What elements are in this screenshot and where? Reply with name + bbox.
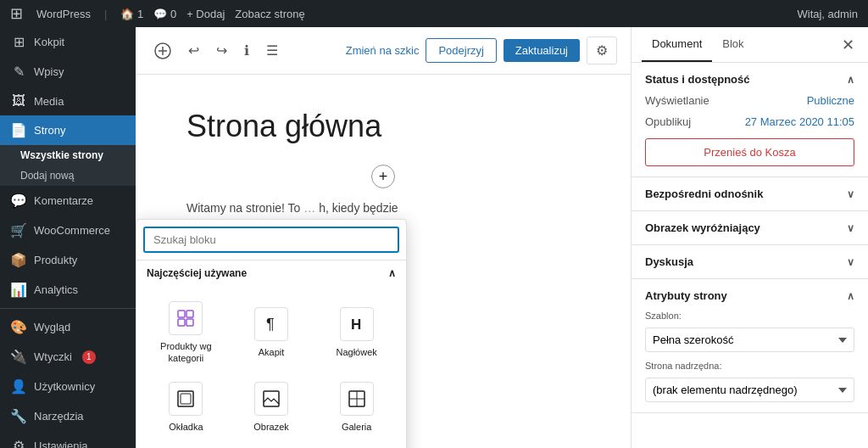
- sidebar-item-media[interactable]: 🖼 Media: [0, 87, 136, 115]
- sidebar-item-strony[interactable]: 📄 Strony: [0, 115, 136, 145]
- admin-greeting: Witaj, admin: [797, 8, 858, 20]
- svg-rect-5: [178, 319, 185, 326]
- site-name[interactable]: WordPress: [36, 8, 91, 20]
- opublikuj-value[interactable]: 27 Marzec 2020 11:05: [745, 115, 854, 128]
- add-block-inline-button[interactable]: +: [371, 165, 395, 188]
- page-title[interactable]: Strona główna: [186, 109, 580, 144]
- wpisy-icon: ✎: [10, 64, 27, 80]
- produkty-wg-kategorii-icon: [169, 301, 203, 335]
- right-panel: Dokument Blok ✕ Status i dostępność ∧ Wy…: [631, 27, 868, 448]
- undo-button[interactable]: ↩: [183, 39, 204, 62]
- obrazek-chevron-icon: ∨: [847, 222, 854, 234]
- section-collapse-icon[interactable]: ∧: [388, 267, 396, 279]
- editor-area: ↩ ↪ ℹ ☰ Zmień na szkic Podejrzyj Zaktual…: [136, 27, 631, 448]
- tab-dokument[interactable]: Dokument: [642, 27, 712, 62]
- narzedzia-icon: 🔧: [10, 408, 27, 424]
- draft-link[interactable]: Zmień na szkic: [346, 44, 420, 57]
- sidebar-item-produkty[interactable]: 📦 Produkty: [0, 245, 136, 275]
- admin-bar-add[interactable]: + Dodaj: [186, 8, 225, 20]
- add-block-toolbar-button[interactable]: [149, 39, 176, 63]
- update-button[interactable]: Zaktualizuj: [504, 39, 580, 62]
- atrybuty-chevron-icon: ∧: [847, 290, 854, 302]
- trash-button[interactable]: Przenieś do Kosza: [645, 138, 854, 166]
- add-block-container: +: [186, 165, 580, 188]
- section-odnosnik-header[interactable]: Bezpośredni odnośnik ∨: [645, 188, 854, 200]
- sidebar-item-wpisy[interactable]: ✎ Wpisy: [0, 57, 136, 87]
- okladka-icon: [169, 382, 203, 416]
- strona-select[interactable]: (brak elementu nadrzędnego): [645, 378, 854, 402]
- paragraph-continuation: h, kiedy będzie: [319, 201, 398, 215]
- wyglad-icon: 🎨: [10, 319, 27, 335]
- panel-tabs: Dokument Blok ✕: [632, 27, 868, 63]
- wtyczki-icon: 🔌: [10, 349, 27, 365]
- sidebar-item-uzytkownicy[interactable]: 👤 Użytkownicy: [0, 372, 136, 401]
- wyswietlanie-value[interactable]: Publiczne: [807, 94, 854, 107]
- paragraph-text-content: Witamy na stronie! To: [186, 201, 300, 215]
- komentarze-icon: 💬: [10, 193, 27, 209]
- inserter-item-obrazek[interactable]: Obrazek: [229, 373, 314, 441]
- wp-logo-icon: ⊞: [10, 4, 23, 23]
- tab-blok[interactable]: Blok: [712, 27, 754, 62]
- okladka-label: Okładka: [169, 421, 203, 433]
- paragraph-ellipsis: …: [303, 201, 315, 215]
- svg-text:¶: ¶: [266, 316, 275, 333]
- sidebar-item-wyglad[interactable]: 🎨 Wygląd: [0, 312, 136, 342]
- inserter-grid: Produkty wg kategorii ¶ Akapit H: [136, 286, 406, 448]
- sidebar-subitem-dodaj-nowa[interactable]: Dodaj nową: [10, 165, 136, 186]
- svg-text:H: H: [351, 316, 361, 333]
- admin-bar-home[interactable]: 🏠 1: [120, 8, 143, 20]
- dyskusja-chevron-icon: ∨: [847, 256, 854, 268]
- sidebar-item-woocommerce[interactable]: 🛒 WooCommerce: [0, 216, 136, 245]
- analytics-icon: 📊: [10, 282, 27, 298]
- inserter-item-akapit[interactable]: ¶ Akapit: [229, 293, 314, 373]
- preview-button[interactable]: Podejrzyj: [426, 38, 496, 63]
- obrazek-icon: [254, 382, 288, 416]
- naglowek-icon: H: [340, 307, 374, 341]
- sidebar-item-narzedzia[interactable]: 🔧 Narzędzia: [0, 401, 136, 431]
- section-dyskusja-header[interactable]: Dyskusja ∨: [645, 255, 854, 268]
- admin-bar-view[interactable]: Zobacz stronę: [235, 8, 304, 20]
- list-view-button[interactable]: ☰: [261, 39, 283, 62]
- status-chevron-icon: ∧: [847, 74, 854, 86]
- inserter-item-naglowek[interactable]: H Nagłówek: [314, 293, 399, 373]
- szablon-select[interactable]: Pełna szerokość: [645, 328, 854, 352]
- section-atrybuty-header[interactable]: Atrybuty strony ∧: [645, 289, 854, 302]
- produkty-icon: 📦: [10, 252, 27, 268]
- ustawienia-icon: ⚙: [10, 438, 27, 448]
- editor-content: Strona główna + Najczęściej używane ∧: [136, 75, 631, 448]
- admin-bar: ⊞ WordPress | 🏠 1 💬 0 + Dodaj Zobacz str…: [0, 0, 868, 27]
- wtyczki-badge: 1: [82, 350, 96, 364]
- strony-icon: 📄: [10, 122, 27, 138]
- sidebar-item-wtyczki[interactable]: 🔌 Wtyczki 1: [0, 342, 136, 372]
- inserter-item-galeria[interactable]: Galeria: [314, 373, 399, 441]
- produkty-wg-kategorii-label: Produkty wg kategorii: [148, 340, 224, 365]
- sidebar-item-ustawienia[interactable]: ⚙ Ustawienia: [0, 431, 136, 448]
- settings-button[interactable]: ⚙: [587, 36, 617, 64]
- obrazek-label: Obrazek: [253, 421, 289, 433]
- sidebar-subitem-wszystkie-strony[interactable]: Wszystkie strony: [10, 145, 136, 165]
- svg-rect-3: [178, 311, 185, 317]
- inserter-item-produkty-wg-kategorii[interactable]: Produkty wg kategorii: [143, 293, 229, 373]
- sidebar-item-analytics[interactable]: 📊 Analytics: [0, 275, 136, 305]
- uzytkownicy-icon: 👤: [10, 378, 27, 395]
- block-inserter-popup: Najczęściej używane ∧ Produkty wg katego…: [136, 219, 407, 448]
- svg-rect-11: [264, 391, 279, 406]
- sidebar-divider: [0, 308, 136, 309]
- section-status: Status i dostępność ∧ Wyświetlanie Publi…: [632, 63, 868, 177]
- redo-button[interactable]: ↪: [211, 39, 232, 62]
- section-odnosnik: Bezpośredni odnośnik ∨: [632, 177, 868, 211]
- admin-bar-comments[interactable]: 💬 0: [153, 8, 176, 20]
- galeria-label: Galeria: [342, 421, 371, 433]
- panel-close-button[interactable]: ✕: [838, 32, 858, 58]
- sidebar-item-komentarze[interactable]: 💬 Komentarze: [0, 186, 136, 216]
- block-search-input[interactable]: [143, 227, 399, 253]
- inserter-item-okladka[interactable]: Okładka: [143, 373, 229, 441]
- inserter-section-header: Najczęściej używane ∧: [136, 260, 406, 286]
- info-button[interactable]: ℹ: [239, 39, 254, 62]
- section-status-header[interactable]: Status i dostępność ∧: [645, 73, 854, 86]
- section-obrazek-header[interactable]: Obrazek wyróżniający ∨: [645, 221, 854, 234]
- toolbar-right: Zmień na szkic Podejrzyj Zaktualizuj ⚙: [346, 36, 617, 64]
- section-obrazek: Obrazek wyróżniający ∨: [632, 211, 868, 245]
- section-atrybuty: Atrybuty strony ∧ Szablon: Pełna szeroko…: [632, 279, 868, 413]
- sidebar-item-kokpit[interactable]: ⊞ Kokpit: [0, 27, 136, 57]
